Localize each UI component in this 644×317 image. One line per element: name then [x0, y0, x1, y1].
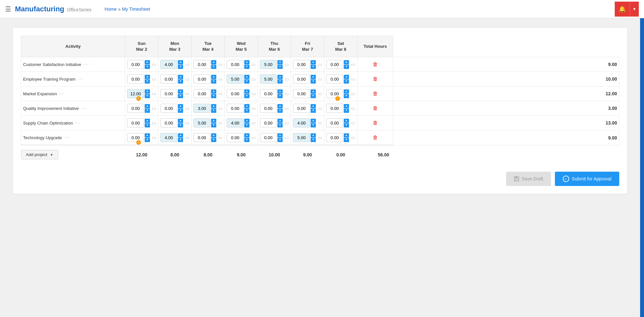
row-0-day-1-spin-down[interactable]: ▼	[178, 65, 183, 69]
row-1-day-6-spin-down[interactable]: ▼	[344, 79, 349, 84]
row-1-day-3-spin-up[interactable]: ▲	[244, 75, 249, 79]
row-1-day-0-input[interactable]	[127, 74, 144, 84]
row-4-day-0-input[interactable]	[127, 118, 144, 127]
row-0-day-3-input[interactable]	[227, 60, 244, 69]
row-2-day-5-spin-up[interactable]: ▲	[311, 89, 316, 94]
row-2-day-0-spin-down[interactable]: ▼	[145, 94, 150, 98]
row-3-day-6-spin-up[interactable]: ▲	[344, 104, 349, 108]
row-0-day-3-comment[interactable]: ▭	[251, 62, 256, 67]
scrollbar[interactable]	[640, 18, 644, 317]
row-0-day-2-input[interactable]	[194, 60, 210, 69]
row-1-day-1-comment[interactable]: ▭	[185, 76, 189, 82]
row-5-day-4-input[interactable]	[260, 133, 277, 142]
row-1-day-3-input[interactable]	[227, 74, 244, 84]
row-2-day-6-spin-down[interactable]: ▼	[344, 94, 349, 98]
row-2-day-2-input[interactable]	[194, 89, 210, 98]
row-0-day-2-spin-down[interactable]: ▼	[211, 65, 216, 69]
row-2-day-0-comment[interactable]: ▭	[152, 91, 156, 96]
add-project-button[interactable]: Add project ▼	[21, 150, 59, 159]
row-2-day-4-comment[interactable]: ▭	[285, 91, 289, 96]
save-draft-button[interactable]: Save Draft	[506, 172, 551, 186]
row-2-day-3-comment[interactable]: ▭	[251, 91, 256, 96]
row-5-day-0-spin-up[interactable]: ▲	[145, 133, 150, 138]
row-1-day-3-spin-down[interactable]: ▼	[244, 79, 249, 84]
row-0-day-0-comment[interactable]: ▭	[152, 62, 156, 67]
row-3-day-3-comment[interactable]: ▭	[251, 106, 256, 111]
row-5-day-5-spin-down[interactable]: ▼	[311, 138, 316, 142]
row-4-day-5-spin-down[interactable]: ▼	[311, 123, 316, 127]
row-3-day-2-spin-up[interactable]: ▲	[211, 104, 216, 108]
row-4-day-1-spin-down[interactable]: ▼	[178, 123, 183, 127]
row-2-day-3-input[interactable]	[227, 89, 244, 98]
row-5-day-2-spin-up[interactable]: ▲	[211, 133, 216, 138]
row-3-day-4-comment[interactable]: ▭	[285, 106, 289, 111]
row-4-day-2-spin-up[interactable]: ▲	[211, 119, 216, 123]
row-1-day-2-spin-down[interactable]: ▼	[211, 79, 216, 84]
row-1-day-1-input[interactable]	[160, 74, 177, 84]
row-0-day-6-spin-up[interactable]: ▲	[344, 60, 349, 64]
row-1-day-4-spin-down[interactable]: ▼	[277, 79, 283, 84]
row-5-day-1-spin-down[interactable]: ▼	[178, 138, 183, 142]
header-dropdown-button[interactable]: ▼	[630, 2, 639, 17]
row-0-day-4-spin-up[interactable]: ▲	[277, 60, 283, 64]
row-2-day-2-spin-down[interactable]: ▼	[211, 94, 216, 98]
row-0-day-5-spin-up[interactable]: ▲	[311, 60, 316, 64]
row-3-day-5-spin-up[interactable]: ▲	[311, 104, 316, 108]
notification-button[interactable]: 🔔	[615, 2, 630, 17]
row-4-day-4-spin-up[interactable]: ▲	[277, 119, 283, 123]
row-3-day-3-spin-down[interactable]: ▼	[244, 109, 249, 113]
row-0-day-0-input[interactable]	[127, 60, 144, 69]
row-5-day-4-comment[interactable]: ▭	[285, 135, 289, 140]
row-2-menu[interactable]: ···	[60, 91, 65, 97]
row-2-day-1-spin-up[interactable]: ▲	[178, 89, 183, 94]
row-5-day-6-spin-up[interactable]: ▲	[344, 133, 349, 138]
row-3-day-2-input[interactable]	[194, 104, 210, 113]
row-4-day-1-input[interactable]	[160, 118, 177, 127]
row-2-day-6-comment[interactable]: ▭	[351, 91, 355, 96]
row-4-day-5-comment[interactable]: ▭	[318, 120, 322, 125]
row-3-day-3-spin-up[interactable]: ▲	[244, 104, 249, 108]
row-3-menu[interactable]: ···	[81, 105, 87, 111]
row-4-delete-icon[interactable]: 🗑	[373, 120, 378, 125]
row-1-day-0-comment[interactable]: ▭	[152, 76, 156, 82]
row-5-day-0-spin-down[interactable]: ▼	[145, 138, 150, 142]
row-5-day-1-spin-up[interactable]: ▲	[178, 133, 183, 138]
row-4-day-3-input[interactable]	[227, 118, 244, 127]
row-0-delete-icon[interactable]: 🗑	[373, 61, 378, 67]
row-4-day-6-spin-down[interactable]: ▼	[344, 123, 349, 127]
row-3-day-0-input[interactable]	[127, 104, 144, 113]
row-0-day-1-spin-up[interactable]: ▲	[178, 60, 183, 64]
row-0-day-1-input[interactable]	[160, 60, 177, 69]
row-2-day-1-spin-down[interactable]: ▼	[178, 94, 183, 98]
row-0-day-6-input[interactable]	[326, 60, 343, 69]
row-5-day-1-comment[interactable]: ▭	[185, 135, 189, 140]
row-2-day-1-comment[interactable]: ▭	[185, 91, 189, 96]
row-1-day-5-spin-up[interactable]: ▲	[311, 75, 316, 79]
row-5-day-3-input[interactable]	[227, 133, 244, 142]
row-5-day-2-comment[interactable]: ▭	[218, 135, 222, 140]
row-4-day-0-spin-down[interactable]: ▼	[145, 123, 150, 127]
submit-button[interactable]: ✓ Submit for Approval	[555, 172, 619, 186]
row-5-day-2-spin-down[interactable]: ▼	[211, 138, 216, 142]
row-4-day-1-spin-up[interactable]: ▲	[178, 119, 183, 123]
row-1-day-5-comment[interactable]: ▭	[318, 76, 322, 82]
row-5-day-6-comment[interactable]: ▭	[351, 135, 355, 140]
row-5-day-6-input[interactable]	[326, 133, 343, 142]
row-4-day-6-spin-up[interactable]: ▲	[344, 119, 349, 123]
row-3-day-0-comment[interactable]: ▭	[152, 106, 156, 111]
row-0-day-6-comment[interactable]: ▭	[351, 62, 355, 67]
row-3-day-5-input[interactable]	[293, 104, 310, 113]
row-0-day-4-comment[interactable]: ▭	[285, 62, 289, 67]
row-3-day-4-input[interactable]	[260, 104, 277, 113]
row-5-day-3-spin-down[interactable]: ▼	[244, 138, 249, 142]
row-3-day-3-input[interactable]	[227, 104, 244, 113]
row-5-day-0-comment[interactable]: ▭	[152, 135, 156, 140]
row-3-day-1-comment[interactable]: ▭	[185, 106, 189, 111]
row-0-day-2-spin-up[interactable]: ▲	[211, 60, 216, 64]
row-2-day-4-input[interactable]	[260, 89, 277, 98]
row-5-day-4-spin-up[interactable]: ▲	[277, 133, 283, 138]
row-3-day-4-spin-up[interactable]: ▲	[277, 104, 283, 108]
row-1-day-1-spin-up[interactable]: ▲	[178, 75, 183, 79]
row-4-day-4-comment[interactable]: ▭	[285, 120, 289, 125]
row-4-day-2-comment[interactable]: ▭	[218, 120, 222, 125]
